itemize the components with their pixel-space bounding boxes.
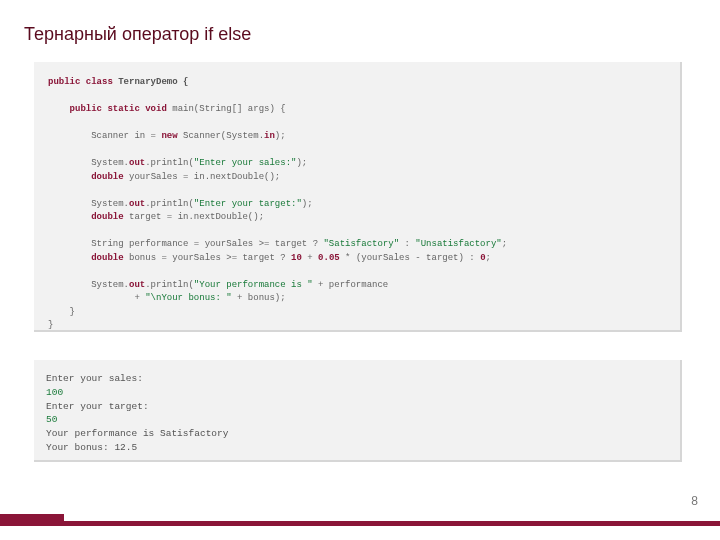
output-line: Your bonus: 12.5 (46, 442, 137, 453)
code-token: public class (48, 77, 113, 87)
code-token: : (399, 239, 415, 249)
code-token: new (161, 131, 177, 141)
code-token: .println( (145, 280, 194, 290)
code-token: ; (486, 253, 491, 263)
output-line: Your performance is Satisfactory (46, 428, 228, 439)
code-token: ; (502, 239, 507, 249)
code-token: bonus = yourSales >= target ? (124, 253, 291, 263)
code-token: "\nYour bonus: " (145, 293, 231, 303)
code-token: System. (48, 199, 129, 209)
code-token: "Unsatisfactory" (415, 239, 501, 249)
code-token: } (48, 307, 75, 317)
code-token: out (129, 199, 145, 209)
code-token: in (264, 131, 275, 141)
code-token: out (129, 158, 145, 168)
slide-title: Тернарный оператор if else (24, 24, 251, 45)
code-token: "Enter your target:" (194, 199, 302, 209)
code-token: Scanner(System. (178, 131, 264, 141)
code-token: Scanner in = (48, 131, 161, 141)
code-token: .println( (145, 199, 194, 209)
code-token: .println( (145, 158, 194, 168)
code-token: + bonus); (232, 293, 286, 303)
code-token: ); (296, 158, 307, 168)
code-block: public class TernaryDemo { public static… (34, 62, 682, 332)
code-token: + performance (313, 280, 389, 290)
code-token: double (48, 172, 124, 182)
code-token: 10 (291, 253, 302, 263)
code-token: System. (48, 280, 129, 290)
footer-accent-bar (0, 521, 720, 526)
code-token: + (48, 293, 145, 303)
code-token: public static void (48, 104, 167, 114)
code-token: double (48, 212, 124, 222)
code-token: main(String[] args) { (167, 104, 286, 114)
page-number: 8 (691, 494, 698, 508)
code-token: TernaryDemo { (113, 77, 189, 87)
code-token: String performance = yourSales >= target… (48, 239, 323, 249)
code-token: yourSales = in.nextDouble(); (124, 172, 281, 182)
output-line: Enter your target: (46, 401, 149, 412)
code-token: } (48, 320, 53, 330)
slide: Тернарный оператор if else public class … (0, 0, 720, 540)
code-token: * (yourSales - target) : (340, 253, 480, 263)
code-token: 0.05 (318, 253, 340, 263)
code-token: + (302, 253, 318, 263)
code-token: System. (48, 158, 129, 168)
output-line: 50 (46, 414, 57, 425)
code-token: double (48, 253, 124, 263)
code-token: ); (275, 131, 286, 141)
code-token: "Enter your sales:" (194, 158, 297, 168)
output-line: 100 (46, 387, 63, 398)
code-token: "Satisfactory" (323, 239, 399, 249)
output-line: Enter your sales: (46, 373, 143, 384)
code-token: target = in.nextDouble(); (124, 212, 264, 222)
code-token: ); (302, 199, 313, 209)
output-block: Enter your sales: 100 Enter your target:… (34, 360, 682, 462)
code-token: "Your performance is " (194, 280, 313, 290)
code-token: out (129, 280, 145, 290)
